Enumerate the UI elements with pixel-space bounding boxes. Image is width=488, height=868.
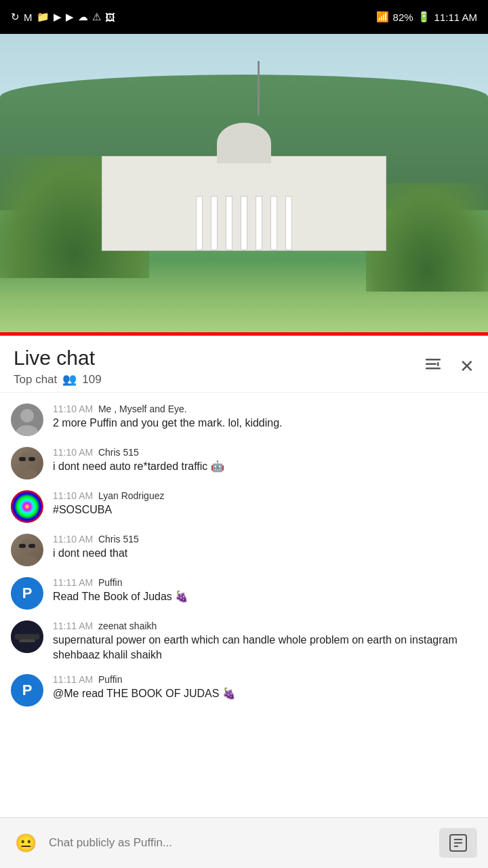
- message-content: 11:10 AM Chris 515 i dont need that: [53, 534, 477, 561]
- message-content: 11:11 AM Puffin Read The Book of Judas 🍇: [53, 577, 477, 604]
- battery-level: 82%: [393, 12, 413, 23]
- svg-point-5: [16, 425, 38, 436]
- message-content: 11:10 AM Lyan Rodriguez #SOSCUBA: [53, 490, 477, 517]
- chat-input-bar: 😐: [0, 817, 488, 868]
- message-time: 11:11 AM: [53, 577, 93, 588]
- message-author: zeenat shaikh: [98, 620, 157, 631]
- list-item: 11:10 AM Me , Myself and Eye. 2 more Puf…: [0, 398, 488, 441]
- status-bar: ↻ M 📁 ▶ ▶ ☁ ⚠ 🖼 📶 82% 🔋 11:11 AM: [0, 0, 488, 34]
- avatar: [11, 447, 43, 479]
- chat-header-left: Live chat Top chat 👥 109: [14, 347, 102, 387]
- status-icon-7: ⚠: [92, 11, 101, 23]
- avatar: [11, 403, 43, 436]
- message-author: Me , Myself and Eye.: [98, 403, 187, 414]
- viewer-count: 109: [82, 373, 101, 387]
- status-icon-4: ▶: [54, 11, 62, 23]
- people-icon: 👥: [62, 372, 77, 387]
- status-icon-2: M: [24, 12, 33, 23]
- avatar: [11, 534, 43, 566]
- svg-rect-8: [19, 457, 26, 461]
- message-text: #SOSCUBA: [53, 502, 477, 517]
- message-meta: 11:10 AM Lyan Rodriguez: [53, 490, 477, 501]
- avatar: P: [11, 577, 43, 610]
- message-text: Read The Book of Judas 🍇: [53, 589, 477, 604]
- message-content: 11:11 AM zeenat shaikh supernatural powe…: [53, 620, 477, 663]
- svg-point-10: [11, 490, 43, 523]
- message-text: @Me read THE BOOK OF JUDAS 🍇: [53, 686, 477, 701]
- svg-rect-14: [28, 544, 35, 548]
- svg-rect-2: [426, 368, 441, 370]
- status-icon-5: ▶: [66, 11, 74, 23]
- status-icon-6: ☁: [78, 11, 88, 23]
- close-button[interactable]: ✕: [460, 356, 474, 377]
- chat-header: Live chat Top chat 👥 109 ✕: [0, 336, 488, 393]
- video-player[interactable]: [0, 34, 488, 332]
- video-columns: [196, 189, 292, 250]
- svg-rect-16: [15, 634, 39, 639]
- svg-rect-13: [19, 544, 26, 548]
- chat-title: Live chat: [14, 347, 102, 370]
- message-author: Lyan Rodriguez: [98, 490, 165, 501]
- message-meta: 11:10 AM Chris 515: [53, 447, 477, 458]
- filter-button[interactable]: [423, 354, 443, 379]
- status-icon-3: 📁: [37, 11, 49, 23]
- wifi-icon: 📶: [376, 11, 389, 23]
- chat-subtitle: Top chat 👥 109: [14, 372, 102, 387]
- status-icon-1: ↻: [11, 11, 20, 23]
- list-item: 11:10 AM Chris 515 i dont need auto re*t…: [0, 441, 488, 485]
- list-item: 11:11 AM zeenat shaikh supernatural powe…: [0, 615, 488, 669]
- video-building: [102, 156, 386, 251]
- avatar: [11, 620, 43, 653]
- message-text: i dont need that: [53, 546, 477, 561]
- list-item: P 11:11 AM Puffin @Me read THE BOOK OF J…: [0, 669, 488, 712]
- list-item: P 11:11 AM Puffin Read The Book of Judas…: [0, 572, 488, 615]
- chat-panel: Live chat Top chat 👥 109 ✕: [0, 336, 488, 800]
- message-meta: 11:11 AM zeenat shaikh: [53, 620, 477, 631]
- message-content: 11:10 AM Me , Myself and Eye. 2 more Puf…: [53, 403, 477, 431]
- svg-rect-17: [19, 639, 35, 642]
- status-bar-left: ↻ M 📁 ▶ ▶ ☁ ⚠ 🖼: [11, 11, 115, 23]
- message-meta: 11:11 AM Puffin: [53, 674, 477, 685]
- message-text: i dont need auto re*tarded traffic 🤖: [53, 459, 477, 474]
- status-bar-right: 📶 82% 🔋 11:11 AM: [376, 11, 477, 23]
- message-meta: 11:11 AM Puffin: [53, 577, 477, 588]
- message-time: 11:11 AM: [53, 620, 93, 631]
- message-content: 11:11 AM Puffin @Me read THE BOOK OF JUD…: [53, 674, 477, 701]
- message-text: supernatural power on earth which can ha…: [53, 633, 477, 663]
- message-author: Chris 515: [98, 534, 139, 545]
- message-author: Puffin: [98, 674, 123, 685]
- message-time: 11:10 AM: [53, 490, 93, 501]
- avatar: P: [11, 674, 43, 707]
- message-time: 11:11 AM: [53, 674, 93, 685]
- message-author: Chris 515: [98, 447, 139, 458]
- clock: 11:11 AM: [434, 12, 477, 23]
- svg-rect-1: [426, 363, 436, 366]
- svg-rect-0: [426, 359, 441, 361]
- chat-input-field[interactable]: [49, 828, 431, 858]
- battery-icon: 🔋: [418, 11, 430, 23]
- list-item: 11:10 AM Lyan Rodriguez #SOSCUBA: [0, 485, 488, 528]
- emoji-button[interactable]: 😐: [11, 828, 41, 858]
- list-item: 11:10 AM Chris 515 i dont need that: [0, 528, 488, 572]
- chat-header-right: ✕: [423, 354, 474, 379]
- svg-rect-3: [437, 362, 439, 366]
- svg-point-4: [20, 409, 34, 422]
- message-text: 2 more Puffin and you get the mark. lol,…: [53, 416, 477, 431]
- send-button[interactable]: [439, 828, 477, 858]
- message-content: 11:10 AM Chris 515 i dont need auto re*t…: [53, 447, 477, 474]
- message-time: 11:10 AM: [53, 447, 93, 458]
- video-flag-pole: [258, 61, 260, 115]
- message-author: Puffin: [98, 577, 123, 588]
- svg-point-12: [16, 555, 38, 566]
- top-chat-label[interactable]: Top chat: [14, 373, 57, 387]
- chat-messages-list: 11:10 AM Me , Myself and Eye. 2 more Puf…: [0, 393, 488, 800]
- message-meta: 11:10 AM Me , Myself and Eye.: [53, 403, 477, 414]
- svg-rect-9: [28, 457, 35, 461]
- avatar: [11, 490, 43, 523]
- message-time: 11:10 AM: [53, 534, 93, 545]
- status-icon-8: 🖼: [105, 12, 115, 23]
- message-time: 11:10 AM: [53, 403, 93, 414]
- video-dome: [217, 123, 271, 163]
- svg-point-7: [16, 469, 38, 479]
- message-meta: 11:10 AM Chris 515: [53, 534, 477, 545]
